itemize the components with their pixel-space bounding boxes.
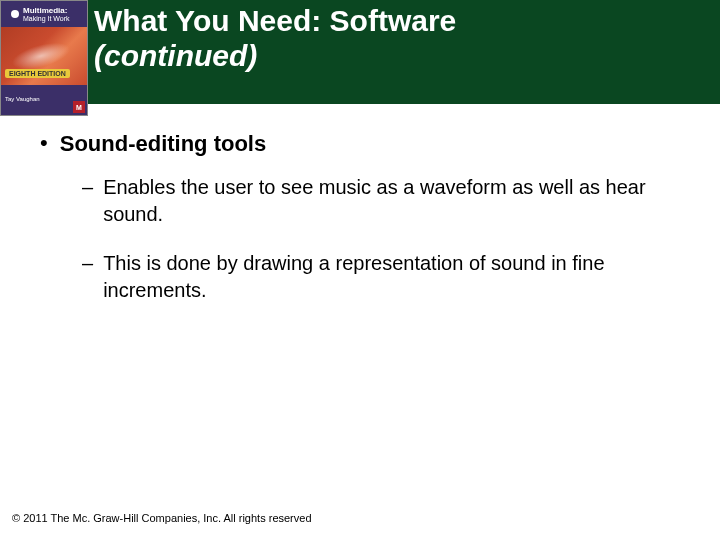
book-cover-dot-icon	[11, 10, 19, 18]
publisher-logo-icon: M	[73, 101, 85, 113]
book-edition-badge: EIGHTH EDITION	[5, 69, 70, 78]
sub-bullet-item: – This is done by drawing a representati…	[82, 250, 680, 304]
bullet-marker-icon: •	[40, 130, 48, 156]
book-cover-thumbnail: Multimedia: Making It Work EIGHTH EDITIO…	[0, 0, 88, 116]
slide-title-continued: (continued)	[94, 39, 456, 74]
book-subtitle: Making It Work	[23, 15, 70, 22]
book-cover-bottom: Tay Vaughan M	[1, 93, 87, 115]
slide-header: Multimedia: Making It Work EIGHTH EDITIO…	[0, 0, 720, 104]
slide-title-block: What You Need: Software (continued)	[94, 0, 456, 73]
bullet-text: Sound-editing tools	[60, 130, 267, 158]
sub-bullet-text: Enables the user to see music as a wavef…	[103, 174, 650, 228]
slide-content: • Sound-editing tools – Enables the user…	[0, 104, 720, 304]
slide-title: What You Need: Software	[94, 4, 456, 39]
copyright-footer: © 2011 The Mc. Graw-Hill Companies, Inc.…	[12, 512, 312, 524]
dash-marker-icon: –	[82, 250, 93, 276]
dash-marker-icon: –	[82, 174, 93, 200]
sub-bullet-item: – Enables the user to see music as a wav…	[82, 174, 680, 228]
sub-bullet-text: This is done by drawing a representation…	[103, 250, 650, 304]
book-title: Multimedia:	[23, 7, 70, 15]
book-cover-top: Multimedia: Making It Work	[1, 1, 87, 27]
book-author: Tay Vaughan	[5, 96, 40, 102]
bullet-item: • Sound-editing tools	[40, 130, 680, 158]
